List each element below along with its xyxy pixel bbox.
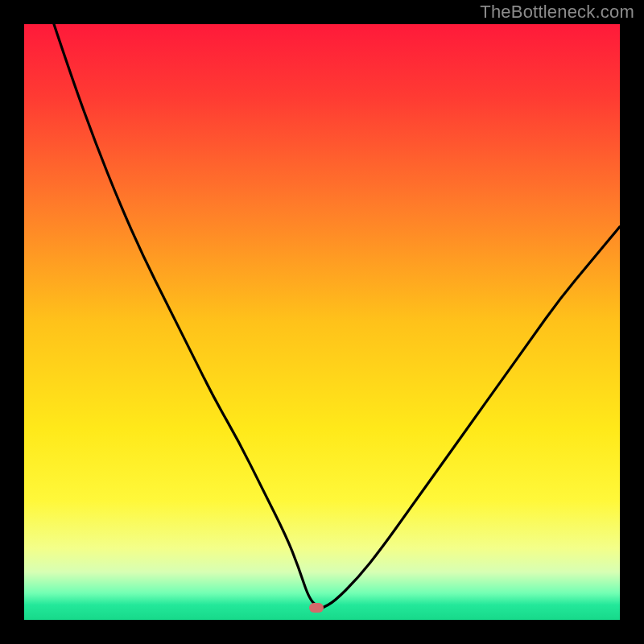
bottleneck-chart [24,24,620,620]
plot-area [24,24,620,620]
heat-gradient-bg [24,24,620,620]
chart-frame: TheBottleneck.com [0,0,644,644]
watermark-text: TheBottleneck.com [480,2,634,23]
